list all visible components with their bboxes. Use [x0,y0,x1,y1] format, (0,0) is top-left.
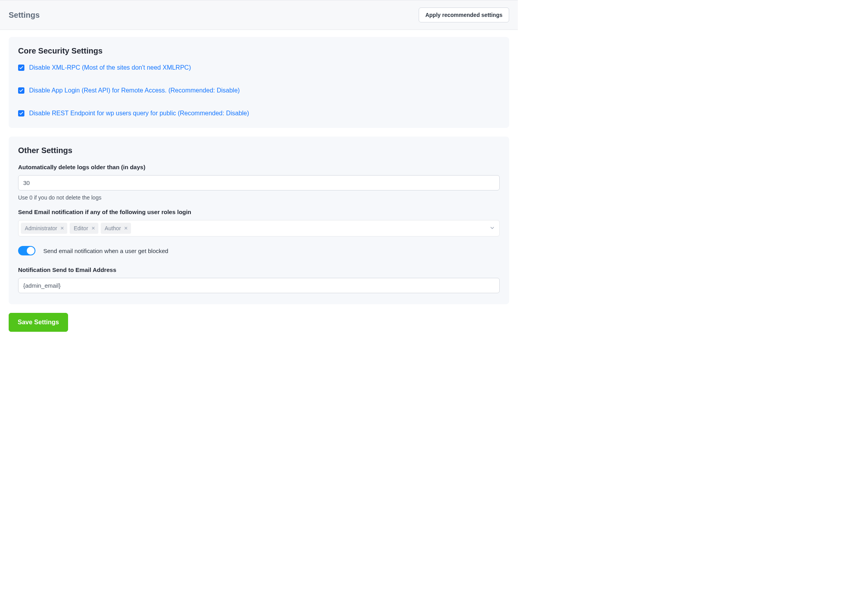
page-title: Settings [9,11,40,20]
toggle-knob [27,247,35,255]
role-tag-label: Editor [74,225,88,231]
checkbox-label[interactable]: Disable XML-RPC (Most of the sites don't… [29,64,191,71]
checkbox-icon[interactable] [18,87,24,94]
delete-logs-help: Use 0 if you do not delete the logs [18,194,500,201]
delete-logs-label: Automatically delete logs older than (in… [18,164,500,170]
topbar: Settings Apply recommended settings [0,0,518,30]
role-tag-label: Administrator [25,225,57,231]
notify-email-label: Notification Send to Email Address [18,266,500,273]
option-disable-xmlrpc[interactable]: Disable XML-RPC (Most of the sites don't… [18,64,500,71]
content: Core Security Settings Disable XML-RPC (… [0,30,518,347]
apply-recommended-button[interactable]: Apply recommended settings [419,7,509,22]
role-tag[interactable]: Editor ✕ [70,223,98,234]
core-security-card: Core Security Settings Disable XML-RPC (… [9,37,509,128]
notify-email-input[interactable] [18,278,500,293]
notify-roles-label: Send Email notification if any of the fo… [18,209,500,215]
field-notify-email: Notification Send to Email Address [18,266,500,293]
footer: Save Settings [9,313,509,335]
close-icon[interactable]: ✕ [60,226,64,231]
field-delete-logs: Automatically delete logs older than (in… [18,164,500,201]
core-security-heading: Core Security Settings [18,46,500,55]
checkbox-icon[interactable] [18,65,24,71]
checkbox-label[interactable]: Disable App Login (Rest API) for Remote … [29,87,240,94]
roles-multiselect[interactable]: Administrator ✕ Editor ✕ Author ✕ [18,220,500,237]
close-icon[interactable]: ✕ [124,226,128,231]
role-tag[interactable]: Author ✕ [101,223,131,234]
chevron-down-icon[interactable] [490,225,495,231]
checkbox-label[interactable]: Disable REST Endpoint for wp users query… [29,110,249,117]
option-disable-app-login[interactable]: Disable App Login (Rest API) for Remote … [18,87,500,94]
field-notify-roles: Send Email notification if any of the fo… [18,209,500,237]
save-settings-button[interactable]: Save Settings [9,313,68,332]
option-disable-rest-users[interactable]: Disable REST Endpoint for wp users query… [18,110,500,117]
field-notify-blocked: Send email notification when a user get … [18,246,500,255]
notify-blocked-label: Send email notification when a user get … [43,248,168,254]
other-settings-card: Other Settings Automatically delete logs… [9,137,509,304]
other-settings-heading: Other Settings [18,146,500,155]
role-tag[interactable]: Administrator ✕ [21,223,67,234]
checkbox-icon[interactable] [18,110,24,116]
notify-blocked-toggle[interactable] [18,246,35,255]
delete-logs-input[interactable] [18,175,500,190]
role-tag-label: Author [105,225,121,231]
close-icon[interactable]: ✕ [91,226,95,231]
